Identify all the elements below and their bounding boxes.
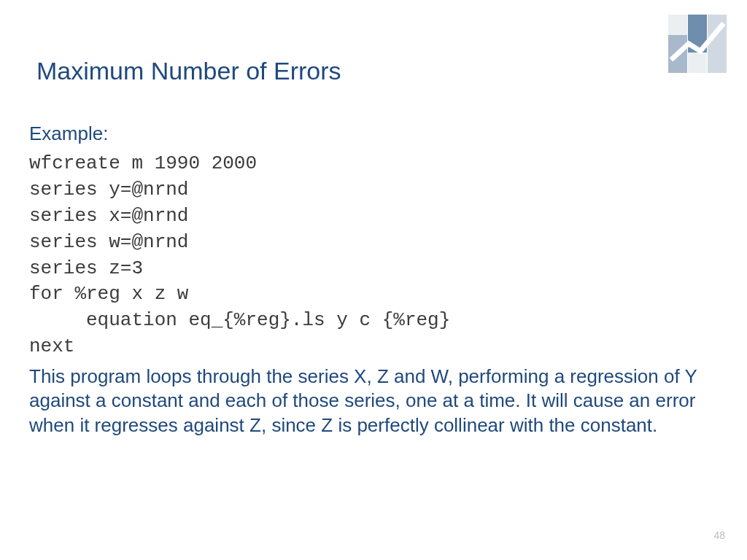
slide-title: Maximum Number of Errors [36,57,341,85]
code-line: next [29,335,74,357]
code-line: wfcreate m 1990 2000 [29,152,257,174]
slide: Maximum Number of Errors Example: wfcrea… [0,0,747,560]
code-line: for %reg x z w [29,283,188,305]
code-line: series z=3 [29,257,143,279]
chart-logo-icon [668,15,727,73]
code-line: series w=@nrnd [29,231,188,253]
example-heading: Example: [29,122,715,145]
code-line: series y=@nrnd [29,179,188,201]
code-line: series x=@nrnd [29,205,188,227]
svg-rect-0 [668,15,687,35]
svg-rect-4 [708,15,727,73]
svg-rect-3 [688,52,707,73]
code-line: equation eq_{%reg}.ls y c {%reg} [29,309,450,331]
body-paragraph: This program loops through the series X,… [29,365,715,438]
code-block: wfcreate m 1990 2000 series y=@nrnd seri… [29,151,715,360]
slide-content: Example: wfcreate m 1990 2000 series y=@… [29,122,715,438]
page-number: 48 [713,529,725,541]
